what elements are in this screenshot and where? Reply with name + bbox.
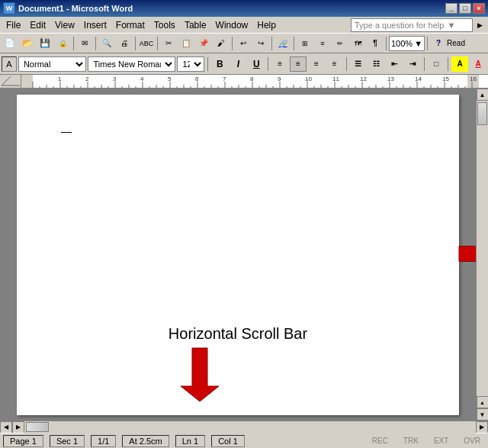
drawing-button[interactable]: ✏ bbox=[332, 35, 348, 52]
h-scroll-left-button[interactable]: ◀ bbox=[0, 421, 12, 433]
scroll-thumb[interactable] bbox=[477, 102, 487, 125]
menu-view[interactable]: View bbox=[50, 18, 79, 32]
document-content[interactable]: — Horizontal Scroll Bar bbox=[0, 89, 476, 421]
svg-marker-3 bbox=[181, 348, 219, 401]
menu-tools[interactable]: Tools bbox=[149, 18, 180, 32]
help-search-text: Type a question for help bbox=[355, 21, 444, 30]
ruler bbox=[0, 75, 488, 89]
undo-button[interactable]: ↩ bbox=[235, 35, 252, 52]
permission-button[interactable]: 🔒 bbox=[54, 35, 71, 52]
menu-help[interactable]: Help bbox=[252, 18, 281, 32]
highlight-button[interactable]: A bbox=[451, 56, 468, 72]
format-painter-button[interactable]: 🖌 bbox=[213, 35, 230, 52]
status-col: Col 1 bbox=[211, 435, 245, 447]
outside-border-button[interactable]: □ bbox=[428, 56, 445, 72]
zoom-box: 100% ▼ bbox=[389, 36, 425, 51]
sep3 bbox=[135, 37, 136, 50]
sep7 bbox=[294, 37, 294, 50]
status-rec: REC bbox=[368, 436, 393, 446]
scroll-track[interactable] bbox=[477, 101, 489, 396]
table-button[interactable]: ⊞ bbox=[297, 35, 313, 52]
zoom-value: 100% bbox=[391, 39, 413, 48]
redo-button[interactable]: ↪ bbox=[252, 35, 269, 52]
right-arrow-container bbox=[455, 231, 476, 279]
document-map-button[interactable]: 🗺 bbox=[349, 35, 366, 52]
copy-button[interactable]: 📋 bbox=[178, 35, 194, 52]
align-right-button[interactable]: ≡ bbox=[308, 56, 325, 72]
horizontal-scrollbar: ◀ ▶ ▶ bbox=[0, 421, 488, 433]
help-go-button[interactable]: ▶ bbox=[473, 18, 486, 32]
sep4 bbox=[157, 37, 158, 50]
help-search-box[interactable]: Type a question for help ▼ bbox=[351, 18, 473, 32]
email-button[interactable]: ✉ bbox=[76, 35, 93, 52]
cursor-mark: — bbox=[61, 125, 72, 137]
align-center-button[interactable]: ≡ bbox=[290, 56, 307, 72]
vertical-scrollbar: ▲ ▲ ▼ bbox=[476, 89, 488, 421]
save-button[interactable]: 💾 bbox=[37, 35, 53, 52]
paste-button[interactable]: 📌 bbox=[195, 35, 212, 52]
read-button[interactable]: Read bbox=[448, 35, 464, 52]
sep-fmt4 bbox=[424, 57, 425, 71]
font-color-button[interactable]: A bbox=[470, 56, 486, 72]
ruler-corner-icon bbox=[0, 75, 21, 89]
sep8 bbox=[386, 37, 387, 50]
bold-button[interactable]: B bbox=[211, 56, 228, 72]
sep-fmt1 bbox=[207, 57, 208, 71]
ruler-corner[interactable] bbox=[0, 75, 21, 89]
justify-button[interactable]: ≡ bbox=[326, 56, 343, 72]
down-arrow-icon bbox=[177, 344, 223, 405]
numbering-button[interactable]: ☷ bbox=[368, 56, 385, 72]
align-left-button[interactable]: ≡ bbox=[271, 56, 288, 72]
print-button[interactable]: 🖨 bbox=[116, 35, 133, 52]
decrease-indent-button[interactable]: ⇤ bbox=[387, 56, 403, 72]
minimize-button[interactable]: _ bbox=[445, 3, 458, 14]
new-button[interactable]: 📄 bbox=[2, 35, 18, 52]
sep-fmt3 bbox=[346, 57, 347, 71]
menu-insert[interactable]: Insert bbox=[79, 18, 111, 32]
show-hide-button[interactable]: ¶ bbox=[367, 35, 384, 52]
open-button[interactable]: 📂 bbox=[19, 35, 36, 52]
hyperlink-button[interactable]: 🔗 bbox=[274, 35, 291, 52]
menu-edit[interactable]: Edit bbox=[25, 18, 50, 32]
format-toolbar: A Normal Times New Roman 12 B I U ≡ ≡ ≡ … bbox=[0, 53, 488, 75]
status-ext: EXT bbox=[429, 436, 453, 446]
increase-indent-button[interactable]: ⇥ bbox=[404, 56, 421, 72]
right-arrow-icon bbox=[455, 231, 476, 277]
italic-button[interactable]: I bbox=[230, 56, 246, 72]
menu-table[interactable]: Table bbox=[180, 18, 211, 32]
status-at: At 2.5cm bbox=[122, 435, 169, 447]
zoom-dropdown-icon[interactable]: ▼ bbox=[414, 39, 422, 48]
sep-fmt2 bbox=[268, 57, 268, 71]
style-select[interactable]: Normal bbox=[18, 56, 87, 72]
cut-button[interactable]: ✂ bbox=[160, 35, 177, 52]
sep-fmt5 bbox=[448, 57, 448, 71]
help-button[interactable]: ? bbox=[430, 35, 447, 52]
size-select[interactable]: 12 bbox=[177, 56, 204, 72]
font-select[interactable]: Times New Roman bbox=[88, 56, 175, 72]
h-scroll-track[interactable] bbox=[24, 421, 476, 433]
window-controls[interactable]: _ □ × bbox=[445, 3, 485, 14]
status-sec: Sec 1 bbox=[50, 435, 85, 447]
ruler-scale bbox=[21, 75, 488, 89]
style-icon: A bbox=[2, 56, 17, 72]
scroll-down-button-top[interactable]: ▲ bbox=[477, 396, 489, 408]
menu-format[interactable]: Format bbox=[111, 18, 149, 32]
scroll-up-button[interactable]: ▲ bbox=[477, 89, 489, 101]
close-button[interactable]: × bbox=[473, 3, 485, 14]
columns-button[interactable]: ≡ bbox=[314, 35, 331, 52]
sep2 bbox=[95, 37, 96, 50]
spell-button[interactable]: ABC bbox=[138, 35, 155, 52]
menu-window[interactable]: Window bbox=[211, 18, 253, 32]
bottom-area: ◀ ▶ ▶ Page 1 Sec 1 1/1 At 2.5cm Ln 1 Col… bbox=[0, 421, 488, 448]
h-scroll-thumb[interactable] bbox=[26, 422, 49, 432]
underline-button[interactable]: U bbox=[248, 56, 265, 72]
svg-marker-4 bbox=[459, 235, 476, 273]
maximize-button[interactable]: □ bbox=[459, 3, 471, 14]
bullets-button[interactable]: ☰ bbox=[350, 56, 367, 72]
scroll-down-button[interactable]: ▼ bbox=[477, 408, 489, 421]
menu-file[interactable]: File bbox=[2, 18, 25, 32]
print-preview-button[interactable]: 🔍 bbox=[98, 35, 115, 52]
h-scroll-end-button[interactable]: ▶ bbox=[476, 421, 488, 433]
h-scroll-right-button[interactable]: ▶ bbox=[12, 421, 24, 433]
standard-toolbar: 📄 📂 💾 🔒 ✉ 🔍 🖨 ABC ✂ 📋 📌 🖌 ↩ ↪ 🔗 ⊞ ≡ ✏ 🗺 … bbox=[0, 34, 488, 53]
